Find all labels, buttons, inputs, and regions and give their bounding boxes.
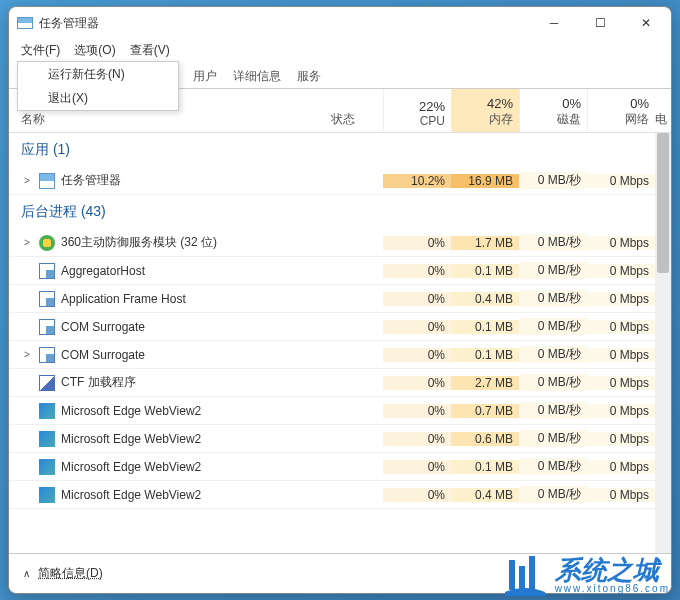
window-controls: ─ ☐ ✕ — [531, 8, 669, 38]
process-row[interactable]: COM Surrogate0%0.1 MB0 MB/秒0 Mbps — [9, 313, 671, 341]
cell-network: 0 Mbps — [587, 404, 655, 418]
col-network[interactable]: 0%网络 — [587, 89, 655, 132]
menu-exit[interactable]: 退出(X) — [18, 86, 178, 110]
tab-services[interactable]: 服务 — [289, 64, 329, 89]
col-power[interactable]: 电 — [655, 89, 671, 132]
cell-network: 0 Mbps — [587, 460, 655, 474]
process-row[interactable]: >任务管理器10.2%16.9 MB0 MB/秒0 Mbps — [9, 167, 671, 195]
cell-network: 0 Mbps — [587, 348, 655, 362]
expand-icon[interactable]: > — [21, 175, 33, 186]
scrollbar[interactable] — [655, 133, 671, 553]
cell-cpu: 0% — [383, 320, 451, 334]
cell-cpu: 0% — [383, 292, 451, 306]
watermark: 系统之城 www.xitong86.com — [501, 554, 670, 596]
process-name: Microsoft Edge WebView2 — [61, 460, 201, 474]
process-row[interactable]: Microsoft Edge WebView20%0.4 MB0 MB/秒0 M… — [9, 481, 671, 509]
process-icon — [39, 263, 55, 279]
cell-disk: 0 MB/秒 — [519, 430, 587, 447]
cell-disk: 0 MB/秒 — [519, 262, 587, 279]
cell-memory: 2.7 MB — [451, 376, 519, 390]
cell-disk: 0 MB/秒 — [519, 318, 587, 335]
cell-disk: 0 MB/秒 — [519, 172, 587, 189]
chevron-up-icon: ∧ — [23, 568, 30, 579]
svg-rect-2 — [529, 556, 535, 590]
brief-info-link[interactable]: 简略信息(D) — [38, 565, 103, 582]
expand-icon[interactable]: > — [21, 349, 33, 360]
minimize-button[interactable]: ─ — [531, 8, 577, 38]
menu-run-new-task[interactable]: 运行新任务(N) — [18, 62, 178, 86]
cell-network: 0 Mbps — [587, 376, 655, 390]
scroll-thumb[interactable] — [657, 133, 669, 273]
process-row[interactable]: Microsoft Edge WebView20%0.6 MB0 MB/秒0 M… — [9, 425, 671, 453]
process-name: 360主动防御服务模块 (32 位) — [61, 234, 217, 251]
process-icon — [39, 347, 55, 363]
cell-memory: 0.4 MB — [451, 292, 519, 306]
cell-cpu: 10.2% — [383, 174, 451, 188]
cell-network: 0 Mbps — [587, 264, 655, 278]
cell-memory: 0.1 MB — [451, 460, 519, 474]
cell-disk: 0 MB/秒 — [519, 458, 587, 475]
section-apps: 应用 (1) — [9, 133, 671, 167]
process-name: Application Frame Host — [61, 292, 186, 306]
process-name: COM Surrogate — [61, 348, 145, 362]
col-disk[interactable]: 0%磁盘 — [519, 89, 587, 132]
cell-cpu: 0% — [383, 488, 451, 502]
process-name: CTF 加载程序 — [61, 374, 136, 391]
process-icon — [39, 173, 55, 189]
expand-icon[interactable]: > — [21, 237, 33, 248]
cell-memory: 0.4 MB — [451, 488, 519, 502]
cell-cpu: 0% — [383, 404, 451, 418]
process-row[interactable]: Microsoft Edge WebView20%0.7 MB0 MB/秒0 M… — [9, 397, 671, 425]
menu-file[interactable]: 文件(F) — [17, 40, 64, 61]
tab-details[interactable]: 详细信息 — [225, 64, 289, 89]
menu-options[interactable]: 选项(O) — [70, 40, 119, 61]
col-memory[interactable]: 42%内存 — [451, 89, 519, 132]
process-row[interactable]: Application Frame Host0%0.4 MB0 MB/秒0 Mb… — [9, 285, 671, 313]
window-title: 任务管理器 — [39, 15, 531, 32]
watermark-icon — [501, 554, 549, 596]
cell-memory: 16.9 MB — [451, 174, 519, 188]
process-icon — [39, 375, 55, 391]
process-name: AggregatorHost — [61, 264, 145, 278]
cell-cpu: 0% — [383, 376, 451, 390]
app-icon — [17, 17, 33, 29]
col-cpu[interactable]: 22%CPU — [383, 89, 451, 132]
process-name: 任务管理器 — [61, 172, 121, 189]
maximize-button[interactable]: ☐ — [577, 8, 623, 38]
process-icon — [39, 459, 55, 475]
cell-disk: 0 MB/秒 — [519, 290, 587, 307]
cell-disk: 0 MB/秒 — [519, 346, 587, 363]
menu-view[interactable]: 查看(V) — [126, 40, 174, 61]
section-background: 后台进程 (43) — [9, 195, 671, 229]
cell-network: 0 Mbps — [587, 432, 655, 446]
file-dropdown: 运行新任务(N) 退出(X) — [17, 61, 179, 111]
process-name: Microsoft Edge WebView2 — [61, 432, 201, 446]
tab-users[interactable]: 用户 — [185, 64, 225, 89]
svg-rect-1 — [519, 566, 525, 590]
task-manager-window: 任务管理器 ─ ☐ ✕ 文件(F) 选项(O) 查看(V) 运行新任务(N) 退… — [8, 6, 672, 594]
cell-memory: 0.7 MB — [451, 404, 519, 418]
watermark-title: 系统之城 — [555, 557, 670, 583]
cell-disk: 0 MB/秒 — [519, 402, 587, 419]
process-row[interactable]: CTF 加载程序0%2.7 MB0 MB/秒0 Mbps — [9, 369, 671, 397]
process-icon — [39, 235, 55, 251]
col-status[interactable]: 状态 — [331, 89, 383, 132]
titlebar[interactable]: 任务管理器 ─ ☐ ✕ — [9, 7, 671, 39]
process-row[interactable]: >360主动防御服务模块 (32 位)0%1.7 MB0 MB/秒0 Mbps — [9, 229, 671, 257]
cell-network: 0 Mbps — [587, 320, 655, 334]
process-row[interactable]: AggregatorHost0%0.1 MB0 MB/秒0 Mbps — [9, 257, 671, 285]
process-row[interactable]: Microsoft Edge WebView20%0.1 MB0 MB/秒0 M… — [9, 453, 671, 481]
close-button[interactable]: ✕ — [623, 8, 669, 38]
cell-cpu: 0% — [383, 264, 451, 278]
cell-cpu: 0% — [383, 236, 451, 250]
process-row[interactable]: >COM Surrogate0%0.1 MB0 MB/秒0 Mbps — [9, 341, 671, 369]
process-name: COM Surrogate — [61, 320, 145, 334]
cell-cpu: 0% — [383, 460, 451, 474]
process-list: 应用 (1) >任务管理器10.2%16.9 MB0 MB/秒0 Mbps后台进… — [9, 133, 671, 553]
process-icon — [39, 403, 55, 419]
process-icon — [39, 319, 55, 335]
watermark-url: www.xitong86.com — [555, 583, 670, 594]
cell-network: 0 Mbps — [587, 292, 655, 306]
cell-memory: 0.1 MB — [451, 348, 519, 362]
cell-cpu: 0% — [383, 432, 451, 446]
